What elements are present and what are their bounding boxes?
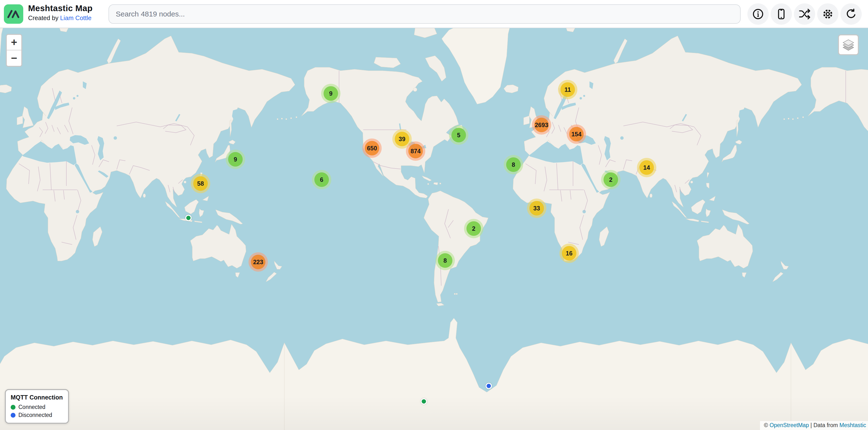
random-node-button[interactable] — [794, 3, 815, 25]
search-input[interactable] — [108, 4, 741, 24]
app-header: Meshtastic Map Created by Liam Cottle — [0, 0, 868, 28]
info-icon — [752, 8, 764, 20]
refresh-button[interactable] — [840, 3, 862, 25]
shuffle-icon — [798, 8, 811, 20]
cluster-count: 2 — [609, 176, 613, 183]
cluster-count: 2 — [472, 225, 475, 232]
toolbar — [747, 3, 862, 25]
node-cluster[interactable]: 14 — [637, 158, 656, 177]
cluster-count: 223 — [253, 259, 263, 266]
node-cluster[interactable]: 5 — [449, 125, 468, 145]
legend-item-disconnected: Disconnected — [11, 412, 63, 418]
meshtastic-logo-icon — [4, 4, 23, 24]
cluster-count: 5 — [457, 132, 460, 139]
cluster-count: 8 — [512, 161, 515, 168]
node-cluster[interactable]: 16 — [559, 243, 579, 263]
author-link[interactable]: Liam Cottle — [60, 14, 91, 21]
settings-button[interactable] — [817, 3, 838, 25]
cluster-count: 58 — [197, 180, 204, 187]
map-attribution: © OpenStreetMap | Data from Meshtastic — [760, 421, 868, 430]
mobile-app-button[interactable] — [771, 3, 792, 25]
node-cluster[interactable]: 154 — [567, 125, 586, 144]
node-cluster[interactable]: 2 — [464, 219, 484, 238]
node-marker-disconnected[interactable] — [486, 383, 492, 389]
zoom-out-button[interactable]: − — [7, 51, 21, 66]
node-cluster[interactable]: 6 — [312, 170, 331, 189]
cluster-count: 9 — [329, 90, 333, 97]
layers-icon — [842, 37, 855, 53]
osm-attribution-link[interactable]: OpenStreetMap — [770, 422, 809, 428]
node-cluster[interactable]: 2693 — [532, 115, 551, 135]
node-cluster[interactable]: 8 — [504, 155, 523, 174]
cluster-count: 8 — [443, 257, 447, 264]
zoom-control: + − — [6, 34, 22, 67]
node-cluster[interactable]: 33 — [527, 199, 547, 218]
node-cluster[interactable]: 11 — [558, 80, 578, 99]
node-cluster[interactable]: 650 — [362, 138, 382, 158]
legend-title: MQTT Connection — [11, 394, 63, 401]
connected-dot-icon — [11, 405, 16, 410]
node-cluster[interactable]: 9 — [321, 84, 341, 103]
cluster-count: 154 — [571, 131, 582, 138]
node-cluster[interactable]: 8 — [435, 251, 455, 270]
disconnected-dot-icon — [11, 413, 16, 418]
cluster-count: 39 — [399, 136, 405, 143]
page-title: Meshtastic Map — [28, 3, 93, 13]
zoom-in-button[interactable]: + — [7, 35, 21, 51]
gear-icon — [821, 7, 834, 21]
cluster-count: 11 — [564, 86, 571, 93]
layers-control[interactable] — [838, 34, 859, 55]
meshtastic-attribution-link[interactable]: Meshtastic — [839, 422, 866, 428]
cluster-count: 33 — [533, 205, 540, 212]
cluster-count: 9 — [234, 156, 237, 163]
cluster-count: 6 — [320, 176, 323, 183]
info-button[interactable] — [747, 3, 769, 25]
node-cluster[interactable]: 2 — [601, 170, 620, 189]
mqtt-legend: MQTT Connection Connected Disconnected — [5, 389, 69, 424]
refresh-icon — [845, 8, 857, 20]
node-cluster[interactable]: 223 — [248, 252, 268, 272]
cluster-count: 2693 — [535, 122, 548, 129]
byline: Created by Liam Cottle — [28, 14, 93, 22]
cluster-count: 16 — [566, 250, 572, 257]
legend-item-connected: Connected — [11, 404, 63, 410]
node-marker-connected[interactable] — [185, 215, 192, 221]
phone-icon — [775, 8, 787, 20]
node-marker-connected[interactable] — [421, 398, 427, 405]
cluster-count: 650 — [367, 145, 377, 152]
cluster-count: 14 — [643, 164, 650, 171]
node-cluster[interactable]: 9 — [226, 150, 245, 169]
node-cluster[interactable]: 874 — [406, 141, 425, 161]
cluster-count: 874 — [410, 148, 421, 155]
node-cluster[interactable]: 58 — [191, 174, 210, 193]
cluster-layer: 939650874511269315481429586332168223 — [0, 0, 868, 430]
